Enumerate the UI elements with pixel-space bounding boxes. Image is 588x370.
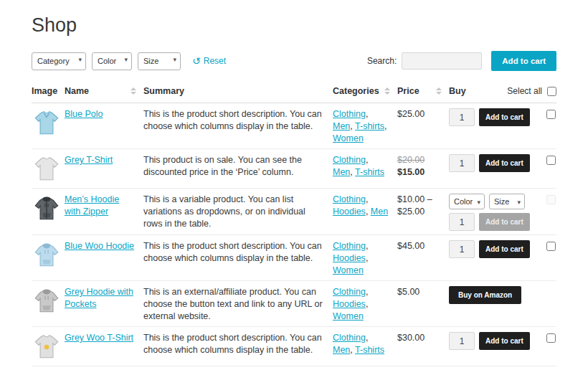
category-link[interactable]: Women	[333, 133, 364, 143]
sort-icon[interactable]	[436, 87, 442, 95]
product-price: $45.00	[397, 235, 449, 281]
row-checkbox[interactable]	[546, 333, 556, 343]
product-price: $20.00$15.00	[397, 149, 449, 189]
product-categories: Clothing, Men, T-shirts, Women	[333, 103, 397, 149]
product-summary: This is the product short description. Y…	[143, 235, 333, 281]
table-row: Grey Hoodie with PocketsThis is an exter…	[32, 281, 556, 327]
product-name-link[interactable]: Grey T-Shirt	[65, 155, 113, 165]
reset-link[interactable]: ↺ Reset	[192, 55, 226, 67]
color-filter[interactable]: Color ▾	[92, 52, 132, 70]
add-to-cart-button[interactable]: Add to cart	[479, 240, 530, 258]
product-summary: This is the product short description. Y…	[143, 103, 333, 149]
size-variation-select[interactable]: Size	[489, 194, 525, 209]
product-image[interactable]	[32, 108, 62, 138]
table-header-row: Image Name Summary Categories Price Buy	[32, 80, 556, 103]
product-categories: Clothing, Hoodies, Women	[333, 235, 397, 281]
quantity-input[interactable]	[449, 240, 475, 258]
product-summary: This is a variable product. You can list…	[143, 189, 333, 235]
category-link[interactable]: Hoodies	[333, 253, 366, 263]
category-filter[interactable]: Category ▾	[32, 52, 86, 70]
header-price[interactable]: Price	[397, 80, 449, 103]
toolbar: Category ▾ Color ▾ Size ▾ ↺ Reset Search…	[32, 51, 556, 71]
product-image[interactable]	[32, 332, 62, 362]
sale-price: $15.00	[397, 167, 425, 177]
category-link[interactable]: Clothing	[333, 241, 366, 251]
search-input[interactable]	[402, 52, 482, 70]
size-filter[interactable]: Size ▾	[138, 52, 181, 70]
add-to-cart-button[interactable]: Add to cart	[479, 332, 530, 350]
sort-icon[interactable]	[384, 87, 390, 95]
select-all-checkbox[interactable]	[547, 87, 556, 96]
color-variation-select[interactable]: Color	[449, 194, 485, 209]
product-name-link[interactable]: Grey Woo T-Shirt	[65, 333, 133, 343]
size-filter-select[interactable]: Size	[138, 52, 181, 70]
add-to-cart-button: Add to cart	[479, 213, 530, 231]
category-link[interactable]: Clothing	[333, 287, 366, 297]
table-row: Grey T-ShirtThis product is on sale. You…	[32, 149, 556, 189]
product-price: $30.00	[397, 327, 449, 366]
category-link[interactable]: Hoodies	[333, 207, 366, 217]
buy-on-amazon-button[interactable]: Buy on Amazon	[449, 286, 521, 304]
sort-icon[interactable]	[131, 87, 136, 95]
category-link[interactable]: Clothing	[333, 155, 366, 165]
add-selected-to-cart-button[interactable]: Add to cart	[491, 51, 556, 71]
product-price: $5.00	[397, 281, 449, 327]
header-image: Image	[32, 80, 65, 103]
size-select[interactable]: Size▾	[489, 194, 525, 209]
product-table: Image Name Summary Categories Price Buy	[32, 80, 556, 370]
product-categories: Clothing, Hoodies, Women	[333, 366, 397, 370]
reset-icon: ↺	[192, 55, 201, 67]
product-name-link[interactable]: Grey Hoodie with Pockets	[65, 287, 133, 309]
product-price: $25.00	[397, 103, 449, 149]
quantity-input[interactable]	[449, 213, 475, 231]
color-select[interactable]: Color▾	[449, 194, 485, 209]
header-categories[interactable]: Categories	[333, 80, 397, 103]
category-link[interactable]: Men	[333, 167, 350, 177]
table-row: Blue Woo HoodieThis is the product short…	[32, 235, 556, 281]
add-to-cart-button[interactable]: Add to cart	[479, 108, 530, 126]
header-name[interactable]: Name	[65, 80, 143, 103]
category-link[interactable]: T-shirts	[355, 345, 384, 355]
category-link[interactable]: Men	[333, 121, 350, 131]
category-link[interactable]: Clothing	[333, 194, 366, 204]
product-summary: This product is on sale. You can see the…	[143, 149, 333, 189]
product-summary: This is the product short description. Y…	[143, 327, 333, 366]
product-image[interactable]	[32, 286, 62, 316]
quantity-input[interactable]	[449, 332, 475, 350]
category-link[interactable]: Women	[333, 311, 364, 321]
category-link[interactable]: Men	[371, 207, 388, 217]
product-summary: This is a variable product. You can list…	[143, 366, 333, 370]
quantity-input[interactable]	[449, 154, 475, 172]
row-checkbox[interactable]	[546, 242, 556, 251]
header-summary: Summary	[143, 80, 333, 103]
product-name-link[interactable]: Blue Woo Hoodie	[65, 241, 134, 251]
product-price: $10.00 – $25.00	[397, 189, 449, 235]
product-categories: Clothing, Men, T-shirts	[333, 327, 397, 366]
header-select-all: Select all	[536, 80, 556, 103]
row-checkbox[interactable]	[546, 110, 556, 119]
product-price: $40.00	[397, 366, 449, 370]
category-filter-select[interactable]: Category	[32, 52, 86, 70]
category-link[interactable]: Hoodies	[333, 299, 366, 309]
product-image[interactable]	[32, 194, 62, 224]
quantity-input[interactable]	[449, 108, 475, 126]
category-link[interactable]: Clothing	[333, 333, 366, 343]
shop-page: Shop Category ▾ Color ▾ Size ▾ ↺ Reset S…	[0, 0, 588, 370]
category-link[interactable]: T-shirts	[355, 121, 384, 131]
add-to-cart-button[interactable]: Add to cart	[479, 154, 530, 172]
table-row: Grey Woo T-ShirtThis is the product shor…	[32, 327, 556, 366]
product-name-link[interactable]: Blue Polo	[65, 109, 103, 119]
table-row: Woo HoodieThis is a variable product. Yo…	[32, 366, 556, 370]
category-link[interactable]: Men	[333, 345, 350, 355]
category-link[interactable]: Clothing	[333, 109, 366, 119]
reset-label: Reset	[204, 56, 226, 66]
product-image[interactable]	[32, 240, 62, 270]
product-image[interactable]	[32, 154, 62, 184]
category-link[interactable]: T-shirts	[355, 167, 384, 177]
category-link[interactable]: Women	[333, 265, 364, 275]
search-label: Search:	[367, 56, 397, 66]
table-row: Blue PoloThis is the product short descr…	[32, 103, 556, 149]
row-checkbox[interactable]	[546, 156, 556, 165]
color-filter-select[interactable]: Color	[92, 52, 132, 70]
product-name-link[interactable]: Men’s Hoodie with Zipper	[65, 194, 119, 217]
